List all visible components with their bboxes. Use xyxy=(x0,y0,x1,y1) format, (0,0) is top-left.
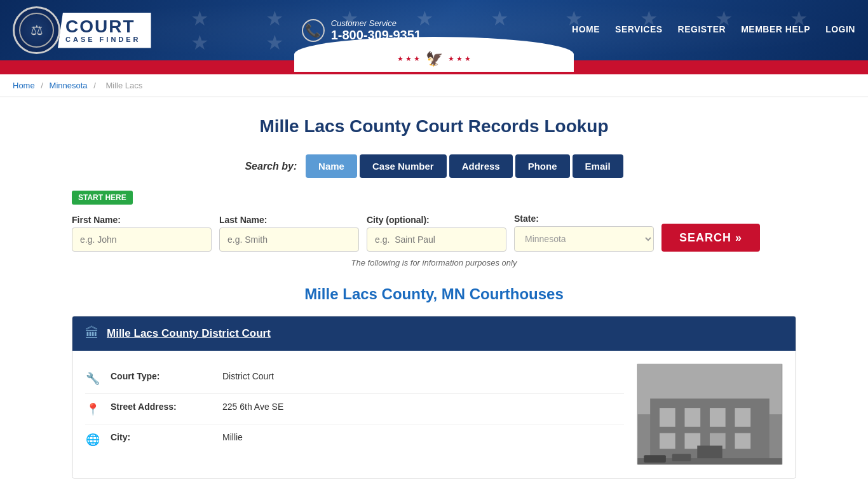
courthouse-image xyxy=(637,363,783,465)
cs-text-block: Customer Service 1-800-309-9351 xyxy=(331,18,421,43)
breadcrumb-state[interactable]: Minnesota xyxy=(50,81,88,90)
nav-home[interactable]: HOME xyxy=(572,24,600,37)
street-address-label: Street Address: xyxy=(111,402,212,412)
svg-rect-5 xyxy=(710,408,726,427)
breadcrumb-home[interactable]: Home xyxy=(13,81,35,90)
tab-address[interactable]: Address xyxy=(449,154,513,178)
tab-email[interactable]: Email xyxy=(573,154,623,178)
cs-label: Customer Service xyxy=(331,18,421,28)
svg-rect-6 xyxy=(735,408,751,427)
first-name-label: First Name: xyxy=(72,215,212,225)
customer-service: 📞 Customer Service 1-800-309-9351 xyxy=(302,18,421,43)
logo-area: ⚖ COURT CASE FINDER xyxy=(13,6,151,54)
court-type-value: District Court xyxy=(222,371,274,381)
courthouse-details: 🔧 Court Type: District Court 📍 Street Ad… xyxy=(85,363,624,465)
logo-text: COURT CASE FINDER xyxy=(58,13,151,48)
search-section: Search by: Name Case Number Address Phon… xyxy=(72,154,796,178)
location-icon: 📍 xyxy=(85,402,100,416)
state-label: State: xyxy=(514,214,654,224)
breadcrumb-sep-2: / xyxy=(93,81,96,90)
phone-icon: 📞 xyxy=(302,19,325,42)
arch-stars-left: ★ ★ ★ xyxy=(397,55,420,63)
street-address-row: 📍 Street Address: 225 6th Ave SE xyxy=(85,394,624,424)
breadcrumb-sep-1: / xyxy=(41,81,43,90)
last-name-label: Last Name: xyxy=(219,215,359,225)
courthouses-title: Mille Lacs County, MN Courthouses xyxy=(72,285,796,303)
court-type-row: 🔧 Court Type: District Court xyxy=(85,363,624,394)
nav-register[interactable]: REGISTER xyxy=(678,24,726,37)
nav-member-help[interactable]: MEMBER HELP xyxy=(741,24,810,37)
gavel-icon: 🔧 xyxy=(85,372,100,386)
start-here-container: START HERE xyxy=(72,191,796,210)
svg-rect-4 xyxy=(685,408,701,427)
page-title: Mille Lacs County Court Records Lookup xyxy=(72,116,796,137)
first-name-group: First Name: xyxy=(72,215,212,252)
svg-rect-10 xyxy=(735,433,751,449)
city-input[interactable] xyxy=(367,227,506,252)
info-text: The following is for information purpose… xyxy=(72,258,796,268)
breadcrumb-county: Mille Lacs xyxy=(105,81,142,90)
nav-services[interactable]: SERVICES xyxy=(615,24,663,37)
logo-circle: ⚖ xyxy=(13,6,60,54)
courthouse-body: 🔧 Court Type: District Court 📍 Street Ad… xyxy=(72,351,796,478)
breadcrumb: Home / Minnesota / Mille Lacs xyxy=(0,74,868,97)
courthouse-name-link[interactable]: Mille Lacs County District Court xyxy=(107,327,271,340)
street-address-value: 225 6th Ave SE xyxy=(222,402,283,412)
first-name-input[interactable] xyxy=(72,227,212,252)
svg-rect-13 xyxy=(644,455,666,463)
cs-phone: 1-800-309-9351 xyxy=(331,28,421,43)
main-nav: HOME SERVICES REGISTER MEMBER HELP LOGIN xyxy=(572,24,855,37)
svg-rect-7 xyxy=(660,433,675,449)
city-detail-label: City: xyxy=(111,432,212,442)
search-form: First Name: Last Name: City (optional): … xyxy=(72,214,796,252)
tab-phone[interactable]: Phone xyxy=(515,154,570,178)
tab-name[interactable]: Name xyxy=(306,154,357,178)
search-by-label: Search by: xyxy=(245,161,297,172)
city-row: 🌐 City: Millie xyxy=(85,424,624,454)
state-group: State: Minnesota xyxy=(514,214,654,252)
building-icon: 🏛 xyxy=(85,325,99,342)
city-group: City (optional): xyxy=(367,215,506,252)
main-content: Mille Lacs County Court Records Lookup S… xyxy=(59,97,809,488)
courthouse-card: 🏛 Mille Lacs County District Court 🔧 Cou… xyxy=(72,316,796,478)
start-here-badge: START HERE xyxy=(72,191,133,205)
city-icon: 🌐 xyxy=(85,433,100,447)
logo-emblem: ⚖ xyxy=(19,13,54,48)
nav-login[interactable]: LOGIN xyxy=(825,24,855,37)
logo-court-text: COURT xyxy=(65,18,141,36)
court-type-label: Court Type: xyxy=(111,371,212,381)
city-detail-value: Millie xyxy=(222,432,243,442)
logo-finder-text: CASE FINDER xyxy=(65,36,141,43)
courthouse-svg xyxy=(637,364,782,464)
svg-rect-3 xyxy=(660,408,675,427)
last-name-group: Last Name: xyxy=(219,215,359,252)
city-label: City (optional): xyxy=(367,215,506,225)
red-banner-top: ★ ★ ★ 🦅 ★ ★ ★ xyxy=(0,60,868,72)
search-button[interactable]: SEARCH » xyxy=(661,224,760,252)
last-name-input[interactable] xyxy=(219,227,359,252)
eagle-icon: 🦅 xyxy=(426,51,443,67)
arch-stars-right: ★ ★ ★ xyxy=(448,55,471,63)
courthouse-header: 🏛 Mille Lacs County District Court xyxy=(72,316,796,351)
search-tabs: Name Case Number Address Phone Email xyxy=(306,154,623,178)
eagle-area: ★ ★ ★ 🦅 ★ ★ ★ xyxy=(397,51,470,67)
svg-rect-14 xyxy=(672,454,691,461)
tab-case-number[interactable]: Case Number xyxy=(360,154,447,178)
state-select[interactable]: Minnesota xyxy=(514,226,654,252)
